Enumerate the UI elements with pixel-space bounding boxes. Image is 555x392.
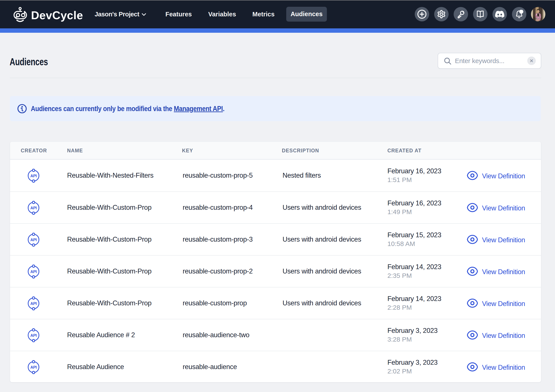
svg-text:API: API [30,270,37,274]
svg-text:API: API [30,333,37,338]
svg-text:API: API [30,365,37,370]
svg-text:API: API [30,174,37,178]
svg-text:API: API [30,301,37,306]
svg-text:API: API [30,238,37,242]
svg-text:API: API [30,206,37,210]
